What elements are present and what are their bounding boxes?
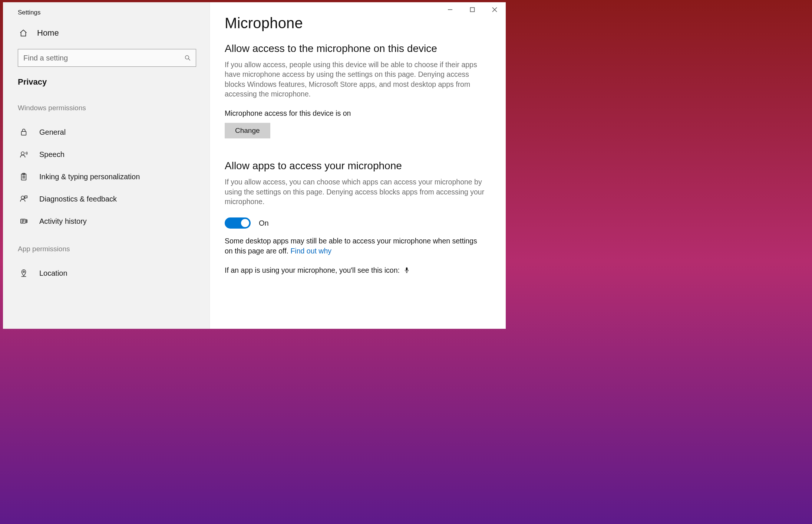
clipboard-icon xyxy=(19,172,28,181)
minimize-button[interactable] xyxy=(439,2,461,17)
section2-heading: Allow apps to access your microphone xyxy=(225,160,491,172)
sidebar: Settings Home Privacy Windows permission… xyxy=(3,2,210,329)
svg-point-1 xyxy=(185,56,189,59)
sidebar-item-label: Diagnostics & feedback xyxy=(39,195,117,203)
location-icon xyxy=(19,269,28,278)
sidebar-item-activity-history[interactable]: Activity history xyxy=(3,210,209,232)
svg-rect-9 xyxy=(406,268,408,271)
close-button[interactable] xyxy=(483,2,506,17)
sidebar-group-windows-permissions: Windows permissions xyxy=(3,104,209,121)
search-box[interactable] xyxy=(18,49,196,67)
find-out-why-link[interactable]: Find out why xyxy=(290,247,331,255)
svg-rect-2 xyxy=(22,131,26,135)
home-icon xyxy=(19,29,27,37)
mic-icon-line: If an app is using your microphone, you'… xyxy=(225,266,400,275)
feedback-icon xyxy=(19,194,28,203)
section1-heading: Allow access to the microphone on this d… xyxy=(225,43,491,55)
svg-point-8 xyxy=(23,271,24,272)
sidebar-home-label: Home xyxy=(37,28,59,38)
section1-body: If you allow access, people using this d… xyxy=(225,60,491,99)
microphone-icon xyxy=(403,266,410,274)
allow-apps-toggle[interactable] xyxy=(225,217,251,229)
svg-point-6 xyxy=(21,196,24,199)
toggle-state-label: On xyxy=(259,219,269,227)
sidebar-item-label: Speech xyxy=(39,150,65,159)
sidebar-item-label: Inking & typing personalization xyxy=(39,173,140,181)
search-input[interactable] xyxy=(18,54,179,62)
toggle-knob xyxy=(241,219,249,227)
history-icon xyxy=(19,217,28,226)
sidebar-item-general[interactable]: General xyxy=(3,121,209,143)
lock-icon xyxy=(19,128,28,137)
section2-body: If you allow access, you can choose whic… xyxy=(225,177,491,206)
sidebar-item-label: General xyxy=(39,128,66,137)
main-content: Microphone Allow access to the microphon… xyxy=(210,2,506,329)
sidebar-item-speech[interactable]: Speech xyxy=(3,143,209,166)
section1-status: Microphone access for this device is on xyxy=(225,109,491,118)
desktop-apps-note: Some desktop apps may still be able to a… xyxy=(225,237,477,255)
sidebar-item-inking[interactable]: Inking & typing personalization xyxy=(3,166,209,188)
window-title: Settings xyxy=(3,2,209,28)
sidebar-item-label: Location xyxy=(39,269,67,278)
svg-point-3 xyxy=(21,152,24,155)
svg-rect-0 xyxy=(471,8,475,12)
page-title: Microphone xyxy=(225,15,491,32)
sidebar-category: Privacy xyxy=(3,77,209,104)
speech-icon xyxy=(19,150,28,159)
settings-window: Settings Home Privacy Windows permission… xyxy=(3,2,506,329)
search-icon xyxy=(179,55,196,61)
sidebar-home[interactable]: Home xyxy=(3,28,209,49)
sidebar-item-diagnostics[interactable]: Diagnostics & feedback xyxy=(3,188,209,210)
maximize-button[interactable] xyxy=(461,2,483,17)
sidebar-item-location[interactable]: Location xyxy=(3,262,209,284)
window-controls xyxy=(439,2,506,17)
sidebar-group-app-permissions: App permissions xyxy=(3,245,209,262)
sidebar-item-label: Activity history xyxy=(39,217,87,226)
change-button[interactable]: Change xyxy=(225,123,270,138)
